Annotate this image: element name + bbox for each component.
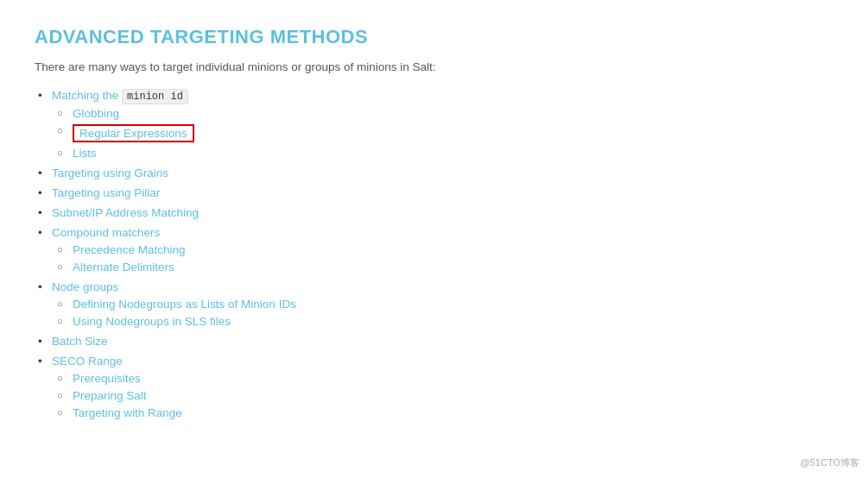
list-item-preparing-salt: Preparing Salt	[73, 389, 833, 402]
link-prerequisites[interactable]: Prerequisites	[73, 372, 141, 385]
intro-text: There are many ways to target individual…	[35, 60, 833, 73]
list-item-precedence: Precedence Matching	[73, 243, 833, 256]
link-matching-the[interactable]: Matching the	[52, 89, 118, 102]
list-item-batch-size: Batch Size	[52, 335, 833, 348]
link-regular-expressions[interactable]: Regular Expressions	[73, 124, 194, 142]
sub-list-node-groups: Defining Nodegroups as Lists of Minion I…	[52, 298, 833, 328]
list-item-defining-nodegroups: Defining Nodegroups as Lists of Minion I…	[73, 298, 833, 311]
link-precedence-matching[interactable]: Precedence Matching	[73, 243, 186, 256]
list-item-globbing: Globbing	[73, 107, 833, 120]
link-targeting-pillar[interactable]: Targeting using Pillar	[52, 186, 160, 199]
list-item-subnet: Subnet/IP Address Matching	[52, 206, 833, 219]
link-compound-matchers[interactable]: Compound matchers	[52, 226, 160, 239]
link-batch-size[interactable]: Batch Size	[52, 335, 108, 348]
link-seco-range[interactable]: SECO Range	[52, 355, 123, 368]
link-defining-nodegroups[interactable]: Defining Nodegroups as Lists of Minion I…	[73, 298, 296, 311]
main-list: Matching the minion id Globbing Regular …	[35, 89, 833, 419]
list-item-prerequisites: Prerequisites	[73, 372, 833, 385]
list-item-compound: Compound matchers Precedence Matching Al…	[52, 226, 833, 274]
link-subnet-ip[interactable]: Subnet/IP Address Matching	[52, 206, 199, 219]
link-globbing[interactable]: Globbing	[73, 107, 119, 120]
list-item-seco-range: SECO Range Prerequisites Preparing Salt …	[52, 355, 833, 419]
link-alternate-delimiters[interactable]: Alternate Delimiters	[73, 261, 174, 274]
link-using-nodegroups[interactable]: Using Nodegroups in SLS files	[73, 315, 231, 328]
list-item-using-nodegroups: Using Nodegroups in SLS files	[73, 315, 833, 328]
link-targeting-grains[interactable]: Targeting using Grains	[52, 167, 168, 179]
link-targeting-with-range[interactable]: Targeting with Range	[73, 406, 182, 419]
page-title: ADVANCED TARGETING METHODS	[35, 26, 833, 48]
link-lists[interactable]: Lists	[73, 147, 97, 160]
list-item-regular-expressions: Regular Expressions	[73, 124, 833, 142]
sub-list-compound: Precedence Matching Alternate Delimiters	[52, 243, 833, 274]
list-item-matching: Matching the minion id Globbing Regular …	[52, 89, 833, 160]
link-node-groups[interactable]: Node groups	[52, 280, 118, 293]
list-item-targeting-with-range: Targeting with Range	[73, 406, 833, 419]
sub-list-seco-range: Prerequisites Preparing Salt Targeting w…	[52, 372, 833, 419]
watermark: @51CTO博客	[801, 456, 859, 469]
list-item-pillar: Targeting using Pillar	[52, 186, 833, 199]
list-item-lists: Lists	[73, 147, 833, 160]
list-item-alternate-delimiters: Alternate Delimiters	[73, 261, 833, 274]
inline-code-minion-id: minion id	[122, 89, 188, 104]
list-item-grains: Targeting using Grains	[52, 167, 833, 179]
sub-list-matching: Globbing Regular Expressions Lists	[52, 107, 833, 160]
list-item-node-groups: Node groups Defining Nodegroups as Lists…	[52, 280, 833, 328]
link-preparing-salt[interactable]: Preparing Salt	[73, 389, 147, 402]
